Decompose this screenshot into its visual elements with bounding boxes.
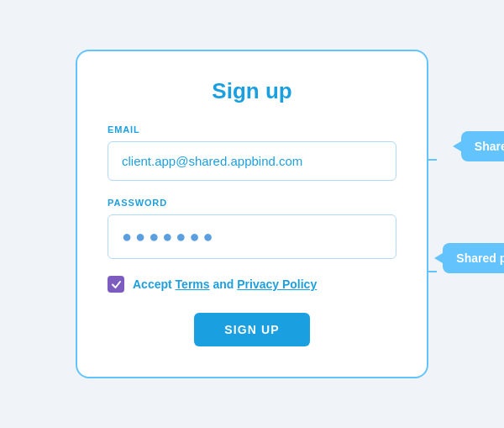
shared-email-tooltip: Shared email bbox=[461, 131, 504, 161]
signup-button[interactable]: SIGN UP bbox=[194, 313, 309, 346]
terms-link[interactable]: Terms bbox=[176, 277, 210, 291]
page-title: Sign up bbox=[108, 78, 396, 104]
signup-card: Sign up EMAIL PASSWORD ●●●●●●● Accept Te… bbox=[76, 50, 428, 378]
password-connector bbox=[427, 271, 437, 272]
shared-password-tooltip: Shared password bbox=[443, 243, 504, 273]
email-label: EMAIL bbox=[108, 124, 396, 135]
email-connector bbox=[427, 159, 437, 161]
outer-container: Sign up EMAIL PASSWORD ●●●●●●● Accept Te… bbox=[17, 50, 487, 378]
terms-checkbox[interactable] bbox=[108, 276, 124, 293]
password-label: PASSWORD bbox=[108, 198, 396, 208]
terms-row: Accept Terms and Privacy Policy bbox=[108, 276, 396, 293]
checkmark-icon bbox=[111, 279, 122, 290]
password-input: ●●●●●●● bbox=[108, 214, 396, 259]
terms-label: Accept Terms and Privacy Policy bbox=[133, 277, 317, 291]
privacy-link[interactable]: Privacy Policy bbox=[237, 277, 317, 291]
password-dots: ●●●●●●● bbox=[122, 227, 217, 246]
email-input[interactable] bbox=[108, 141, 396, 181]
